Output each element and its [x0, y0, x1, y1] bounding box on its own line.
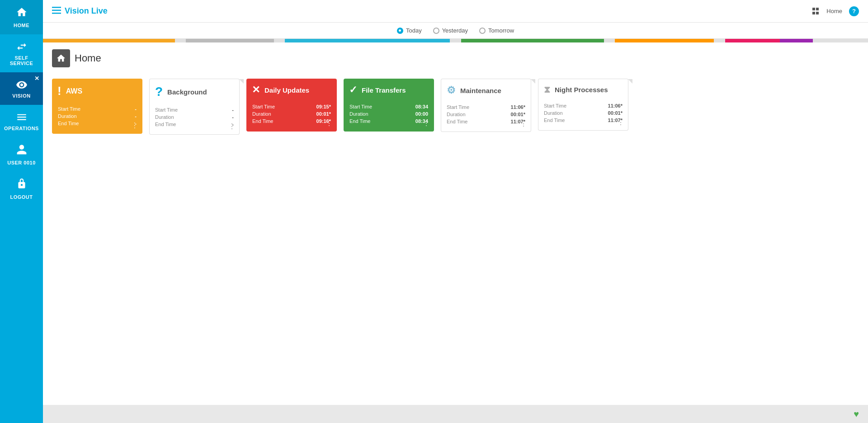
vision-icon: [16, 79, 28, 91]
breadcrumb-text: Home: [75, 52, 101, 64]
gap3: [450, 39, 461, 42]
extra-progress-bar: [780, 39, 813, 42]
aws-duration-label: Duration: [58, 113, 77, 119]
bg-end-label: End Time: [155, 122, 176, 127]
ft-duration-label: Duration: [349, 111, 368, 117]
aws-duration-value: -: [135, 113, 137, 119]
aws-progress-bar: [43, 39, 175, 42]
daily-updates-card[interactable]: ✕ Daily Updates Start Time 09:15* Durati…: [246, 79, 337, 239]
maint-start-value: 11:06*: [511, 104, 525, 110]
du-card-menu[interactable]: ⋮: [326, 119, 333, 127]
sidebar-item-self-service-label: SELF SERVICE: [2, 55, 41, 66]
today-radio[interactable]: [397, 28, 403, 34]
gap2: [274, 39, 285, 42]
self-service-icon: [16, 41, 28, 53]
np-start-row: Start Time 11:06*: [544, 103, 623, 108]
daily-updates-fold: [337, 79, 341, 83]
aws-card[interactable]: ! AWS Start Time - Duration - End Time -…: [52, 79, 142, 239]
daily-updates-card-title: Daily Updates: [264, 86, 309, 94]
home-link[interactable]: Home: [826, 8, 842, 14]
bg-card-menu[interactable]: ⋮: [228, 122, 236, 131]
sidebar-item-home[interactable]: HOME: [0, 0, 43, 34]
bg-start-label: Start Time: [155, 107, 178, 113]
night-processes-card-icon: ⧗: [544, 85, 550, 95]
aws-card-icon: !: [57, 84, 61, 98]
date-option-tomorrow[interactable]: Tomorrow: [479, 27, 514, 34]
night-processes-card[interactable]: ⧗ Night Processes Start Time 11:06* Dura…: [538, 79, 628, 239]
background-card-title: Background: [167, 88, 207, 96]
breadcrumb-home-icon: [52, 49, 70, 67]
sidebar-item-self-service[interactable]: SELF SERVICE: [0, 34, 43, 72]
sidebar-item-user[interactable]: USER 0010: [0, 137, 43, 172]
date-option-today[interactable]: Today: [397, 27, 422, 34]
main-content: Vision Live Home ? Today Yesterday: [43, 0, 868, 423]
np-end-row: End Time 11:07*: [544, 118, 623, 123]
menu-icon: [52, 6, 61, 16]
aws-card-menu[interactable]: ⋮: [131, 121, 138, 130]
maint-duration-row: Duration 00:01*: [447, 112, 525, 117]
today-label: Today: [406, 27, 422, 34]
maint-start-row: Start Time 11:06*: [447, 104, 525, 110]
help-button[interactable]: ?: [849, 6, 859, 16]
user-icon: [16, 144, 28, 158]
np-card-menu[interactable]: ⋮: [617, 118, 624, 127]
yesterday-label: Yesterday: [442, 27, 468, 34]
topbar: Vision Live Home ?: [43, 0, 868, 23]
empty-bar: [813, 39, 868, 42]
file-transfers-card-title: File Transfers: [362, 86, 406, 94]
gap1: [175, 39, 186, 42]
du-duration-label: Duration: [252, 111, 271, 117]
yesterday-radio[interactable]: [433, 28, 439, 34]
np-duration-label: Duration: [544, 110, 563, 116]
svg-rect-2: [52, 13, 61, 14]
gap4: [604, 39, 615, 42]
maint-duration-value: 00:01*: [511, 112, 525, 117]
bg-end-row: End Time -: [155, 122, 234, 127]
sidebar-item-user-label: USER 0010: [7, 160, 36, 165]
background-card-fold: [239, 79, 244, 84]
sidebar-item-operations-label: OPERATIONS: [4, 126, 39, 131]
close-icon[interactable]: ✕: [34, 75, 40, 82]
sidebar-item-operations[interactable]: OPERATIONS: [0, 105, 43, 137]
background-card[interactable]: ? Background Start Time - Duration - End…: [149, 79, 240, 239]
ft-duration-value: 00:00: [415, 111, 428, 117]
aws-end-row: End Time -: [58, 121, 137, 126]
background-card-icon: ?: [155, 85, 163, 99]
sidebar-item-logout[interactable]: LOGOUT: [0, 172, 43, 206]
maint-end-row: End Time 11:07*: [447, 119, 525, 124]
maint-end-label: End Time: [447, 119, 467, 124]
aws-card-fold: [142, 79, 147, 83]
sidebar-item-home-label: HOME: [14, 23, 29, 28]
du-start-label: Start Time: [252, 104, 275, 109]
du-start-row: Start Time 09:15*: [252, 104, 331, 109]
aws-end-label: End Time: [58, 121, 79, 126]
grid-icon: [812, 8, 820, 15]
aws-start-label: Start Time: [58, 106, 80, 112]
file-transfers-fold: [434, 79, 439, 83]
sidebar-item-vision[interactable]: ✕ VISION: [0, 72, 43, 105]
bg-duration-row: Duration -: [155, 114, 234, 120]
date-option-yesterday[interactable]: Yesterday: [433, 27, 468, 34]
du-end-row: End Time 09:16*: [252, 118, 331, 124]
tomorrow-radio[interactable]: [479, 28, 486, 34]
file-transfers-card[interactable]: ✓ File Transfers Start Time 08:34 Durati…: [344, 79, 434, 239]
np-start-value: 11:06*: [608, 103, 623, 108]
ft-card-menu[interactable]: ⋮: [423, 119, 430, 127]
du-start-value: 09:15*: [316, 104, 331, 109]
maintenance-card-icon: ⚙: [447, 85, 456, 96]
cards-section: ! AWS Start Time - Duration - End Time -…: [43, 72, 868, 245]
maintenance-card[interactable]: ⚙ Maintenance Start Time 11:06* Duration…: [441, 79, 531, 239]
date-selector: Today Yesterday Tomorrow: [43, 23, 868, 39]
ft-end-row: End Time 08:34: [349, 118, 428, 124]
night-processes-fold: [628, 79, 632, 84]
daily-updates-card-icon: ✕: [252, 84, 260, 96]
ft-end-label: End Time: [349, 118, 370, 124]
np-start-label: Start Time: [544, 103, 566, 108]
sidebar-item-vision-label: VISION: [12, 93, 30, 99]
maint-card-menu[interactable]: ⋮: [520, 119, 527, 128]
du-duration-row: Duration 00:01*: [252, 111, 331, 117]
maint-duration-label: Duration: [447, 112, 466, 117]
app-title: Vision Live: [65, 6, 108, 16]
ft-progress-bar: [461, 39, 604, 42]
empty-content-area: [43, 245, 868, 405]
